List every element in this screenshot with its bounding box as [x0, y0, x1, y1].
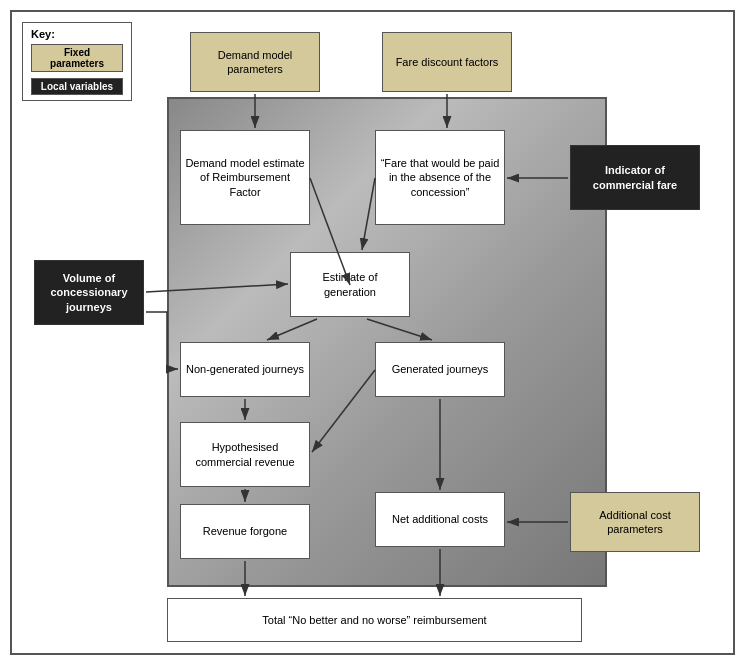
key-title: Key:: [31, 28, 123, 40]
total-reimbursement-box: Total “No better and no worse” reimburse…: [167, 598, 582, 642]
estimate-generation-box: Estimate of generation: [290, 252, 410, 317]
demand-model-params-box: Demand model parameters: [190, 32, 320, 92]
revenue-forgone-box: Revenue forgone: [180, 504, 310, 559]
non-generated-box: Non-generated journeys: [180, 342, 310, 397]
volume-concessionary-box: Volume of concessionary journeys: [34, 260, 144, 325]
key-box: Key: Fixed parameters Local variables: [22, 22, 132, 101]
net-additional-costs-box: Net additional costs: [375, 492, 505, 547]
additional-cost-params-box: Additional cost parameters: [570, 492, 700, 552]
generated-journeys-box: Generated journeys: [375, 342, 505, 397]
hypothesised-box: Hypothesised commercial revenue: [180, 422, 310, 487]
key-fixed-params: Fixed parameters: [31, 44, 123, 72]
fare-discount-factors-box: Fare discount factors: [382, 32, 512, 92]
demand-model-estimate-box: Demand model estimate of Reimbursement F…: [180, 130, 310, 225]
key-local-vars: Local variables: [31, 78, 123, 95]
fare-paid-box: “Fare that would be paid in the absence …: [375, 130, 505, 225]
diagram-container: Key: Fixed parameters Local variables De…: [10, 10, 735, 655]
indicator-commercial-box: Indicator of commercial fare: [570, 145, 700, 210]
